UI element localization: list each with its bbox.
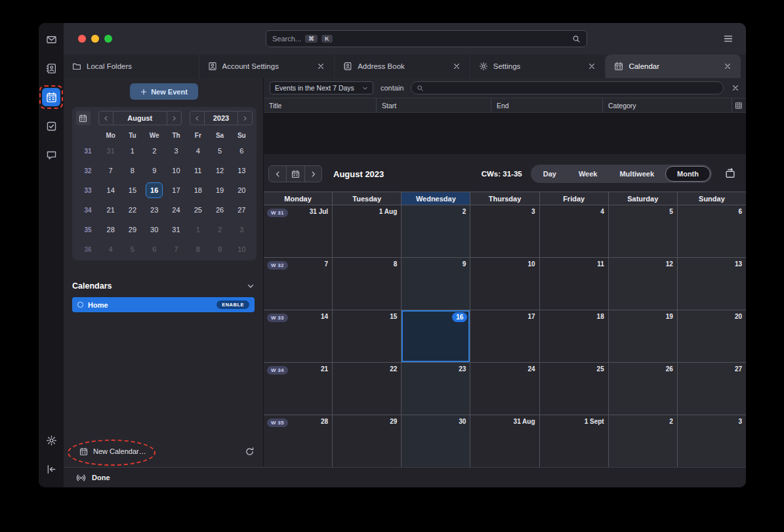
column-header-start[interactable]: Start — [377, 98, 491, 112]
close-window-button[interactable] — [78, 35, 86, 43]
minical-day[interactable]: 8 — [124, 163, 141, 178]
month-day-cell[interactable]: 9 — [402, 258, 470, 310]
minical-day[interactable]: 17 — [167, 182, 184, 198]
minical-day[interactable]: 20 — [233, 182, 250, 198]
next-year-button[interactable] — [238, 112, 252, 125]
space-mail-button[interactable] — [42, 30, 60, 49]
month-day-cell[interactable]: 18 — [540, 310, 609, 363]
view-week-button[interactable]: Week — [567, 166, 609, 182]
column-header-end[interactable]: End — [491, 98, 603, 112]
month-day-cell[interactable]: 2 — [609, 415, 678, 468]
minical-day[interactable]: 31 — [167, 222, 184, 237]
close-icon[interactable] — [587, 62, 596, 71]
rotate-view-icon[interactable] — [724, 168, 736, 180]
column-header-category[interactable]: Category — [603, 98, 732, 112]
minical-day[interactable]: 29 — [124, 222, 141, 237]
month-day-cell[interactable]: 16 — [402, 310, 470, 363]
month-day-cell[interactable]: 26 — [609, 363, 678, 415]
tab-address-book[interactable]: Address Book — [335, 54, 470, 78]
month-day-cell[interactable]: 31 Aug — [470, 415, 539, 468]
minical-day[interactable]: 10 — [233, 241, 250, 257]
refresh-icon[interactable] — [245, 447, 255, 457]
minical-day[interactable]: 4 — [190, 143, 207, 159]
minical-day[interactable]: 15 — [124, 182, 141, 198]
minical-today-button[interactable] — [76, 111, 91, 125]
collapse-button[interactable] — [42, 460, 60, 478]
today-button[interactable] — [286, 166, 304, 182]
close-icon[interactable] — [731, 83, 740, 92]
minical-day[interactable]: 30 — [146, 222, 163, 237]
minical-day[interactable]: 21 — [102, 202, 119, 218]
month-day-cell[interactable]: 6 — [678, 205, 746, 258]
minical-day[interactable]: 11 — [190, 163, 207, 178]
minical-day[interactable]: 6 — [146, 241, 163, 257]
close-icon[interactable] — [723, 62, 732, 71]
minical-day[interactable]: 18 — [190, 182, 207, 198]
next-period-button[interactable] — [304, 166, 321, 182]
month-day-cell[interactable]: W 3528 — [264, 415, 333, 468]
view-month-button[interactable]: Month — [665, 166, 711, 182]
month-day-cell[interactable]: 11 — [540, 258, 609, 310]
minical-day[interactable]: 7 — [167, 241, 184, 257]
month-day-cell[interactable]: 1 Aug — [333, 205, 402, 258]
event-search-input[interactable] — [411, 81, 724, 94]
minical-day[interactable]: 28 — [102, 222, 119, 237]
month-day-cell[interactable]: 29 — [333, 415, 402, 468]
tab-account-settings[interactable]: Account Settings — [199, 54, 335, 78]
app-menu-button[interactable] — [721, 31, 735, 46]
new-event-button[interactable]: New Event — [130, 83, 198, 100]
minical-day[interactable]: 24 — [167, 202, 184, 218]
month-day-cell[interactable]: 1 Sept — [540, 415, 609, 468]
minimize-window-button[interactable] — [91, 35, 99, 43]
month-day-cell[interactable]: 23 — [402, 363, 470, 415]
prev-year-button[interactable] — [190, 112, 204, 125]
minical-day[interactable]: 27 — [233, 202, 250, 218]
new-calendar-button[interactable]: New Calendar… — [72, 447, 146, 456]
minical-day[interactable]: 2 — [211, 222, 228, 237]
month-day-cell[interactable]: W 3314 — [264, 310, 333, 363]
minical-day[interactable]: 26 — [211, 202, 228, 218]
column-header-title[interactable]: Title — [264, 98, 377, 112]
month-day-cell[interactable]: 5 — [609, 205, 678, 258]
minical-day[interactable]: 23 — [146, 202, 163, 218]
enable-badge[interactable]: ENABLE — [217, 300, 249, 309]
minical-day[interactable]: 1 — [124, 143, 141, 159]
month-day-cell[interactable]: W 3421 — [264, 363, 333, 415]
month-day-cell[interactable]: W 3131 Jul — [264, 205, 333, 258]
space-tasks-button[interactable] — [42, 117, 60, 135]
month-day-cell[interactable]: 3 — [678, 415, 746, 468]
month-day-cell[interactable]: 4 — [540, 205, 609, 258]
month-day-cell[interactable]: 13 — [678, 258, 746, 310]
month-day-cell[interactable]: 27 — [678, 363, 746, 415]
minical-day[interactable]: 6 — [233, 143, 250, 159]
minical-day[interactable]: 9 — [146, 163, 163, 178]
close-icon[interactable] — [452, 62, 461, 71]
month-day-cell[interactable]: 22 — [333, 363, 402, 415]
minical-day[interactable]: 5 — [211, 143, 228, 159]
calendars-section-header[interactable]: Calendars — [72, 279, 255, 293]
minical-day[interactable]: 2 — [146, 143, 163, 159]
view-multiweek-button[interactable]: Multiweek — [608, 166, 665, 182]
minical-day[interactable]: 31 — [102, 143, 119, 159]
prev-month-button[interactable] — [99, 112, 113, 125]
month-day-cell[interactable]: 20 — [678, 310, 746, 363]
minical-day[interactable]: 8 — [190, 241, 207, 257]
minical-day[interactable]: 4 — [102, 241, 119, 257]
column-picker-button[interactable] — [732, 98, 746, 112]
global-search-input[interactable]: Search... ⌘ K — [266, 30, 587, 47]
tab-settings[interactable]: Settings — [470, 54, 606, 78]
minical-day[interactable]: 14 — [102, 182, 119, 198]
minical-day[interactable]: 10 — [167, 163, 184, 178]
zoom-window-button[interactable] — [104, 35, 112, 43]
minical-day[interactable]: 1 — [190, 222, 207, 237]
minical-day[interactable]: 22 — [124, 202, 141, 218]
month-day-cell[interactable]: 3 — [470, 205, 539, 258]
tab-local-folders[interactable]: Local Folders — [64, 54, 199, 78]
month-day-cell[interactable]: 12 — [609, 258, 678, 310]
event-filter-dropdown[interactable]: Events in the Next 7 Days — [270, 81, 373, 94]
prev-period-button[interactable] — [269, 166, 286, 182]
minical-day[interactable]: 16 — [146, 182, 163, 198]
minical-day[interactable]: 3 — [167, 143, 184, 159]
space-chat-button[interactable] — [42, 146, 60, 164]
minical-day[interactable]: 3 — [233, 222, 250, 237]
